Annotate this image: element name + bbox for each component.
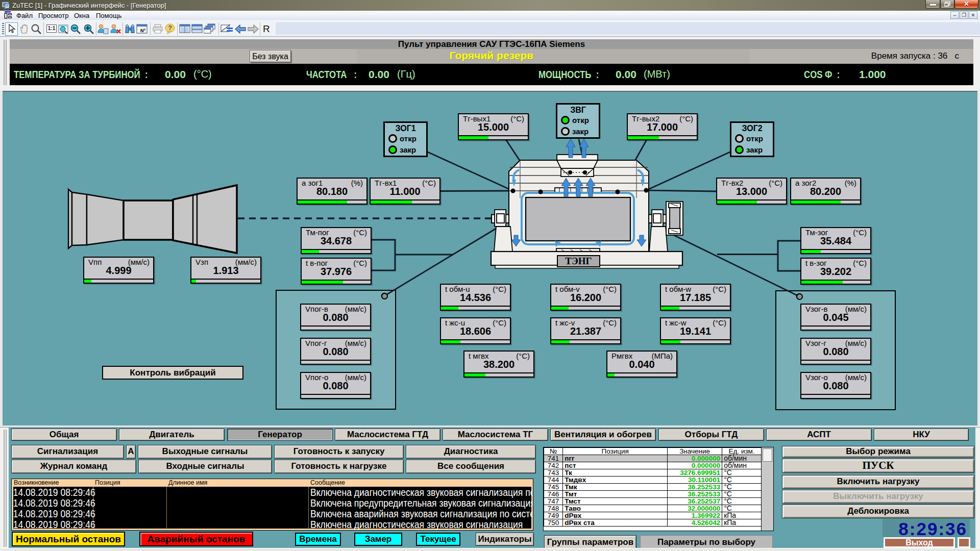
svg-text:Nº: Nº [140, 28, 145, 33]
svg-text:?: ? [168, 24, 172, 32]
